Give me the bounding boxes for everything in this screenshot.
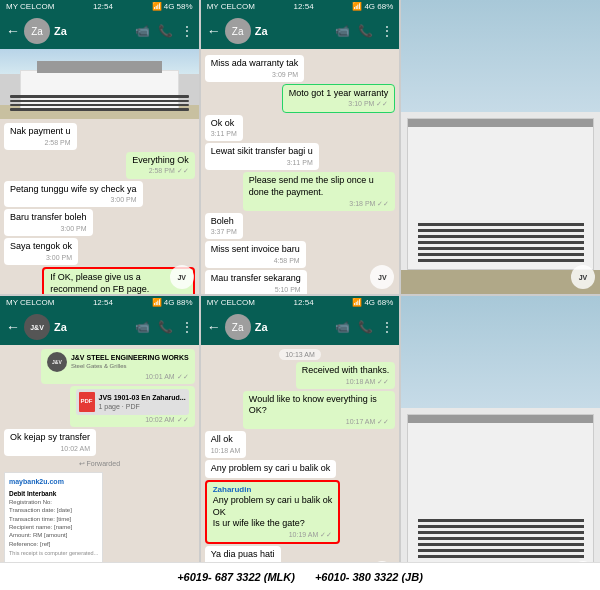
menu-icon-1[interactable]: ⋮ xyxy=(181,24,193,38)
forwarded-label: ↩ Forwarded xyxy=(4,460,195,468)
house-panel-bot: JV xyxy=(401,296,600,590)
battery-2: 📶 4G 68% xyxy=(352,2,393,11)
battery-3: 📶 4G 88% xyxy=(152,298,193,307)
contact-name-3: Za xyxy=(54,321,131,333)
contact-name-1: Za xyxy=(54,25,131,37)
chat-header-3[interactable]: ← J&V Za 📹 📞 ⋮ xyxy=(0,309,199,345)
chat-panel-top-left: MY CELCOM 12:54 📶 4G 58% ← Za Za 📹 📞 ⋮ xyxy=(0,0,199,294)
msg-2-1: Miss ada warranty tak 3:09 PM xyxy=(205,55,305,82)
msg-4-4: Any problem sy cari u balik ok xyxy=(205,460,337,478)
chat-header-2[interactable]: ← Za Za 📹 📞 ⋮ xyxy=(201,13,400,49)
avatar-3: J&V xyxy=(24,314,50,340)
video-icon-1[interactable]: 📹 xyxy=(135,24,150,38)
messages-1: Nak payment u 2:58 PM Everything Ok 2:58… xyxy=(0,119,199,294)
msg-2-6: Boleh 3:37 PM xyxy=(205,213,243,240)
msg-4-5-highlight: Zaharudin Any problem sy cari u balik ok… xyxy=(205,480,341,545)
msg-2-7: Miss sent invoice baru 4:58 PM xyxy=(205,241,306,268)
carrier-3: MY CELCOM xyxy=(6,298,54,307)
header-actions-3: 📹 📞 ⋮ xyxy=(135,320,193,334)
msg-2-3: Ok ok 3:11 PM xyxy=(205,115,243,142)
messages-2: Miss ada warranty tak 3:09 PM Moto got 1… xyxy=(201,49,400,294)
contact-name-2: Za xyxy=(255,25,332,37)
header-info-1: Za xyxy=(54,25,131,37)
msg-3-1: Ok kejap sy transfer 10:02 AM xyxy=(4,429,96,456)
carrier-2: MY CELCOM xyxy=(207,2,255,11)
house-panel-top: JV xyxy=(401,0,600,294)
phone-mlk: +6019- 687 3322 (MLK) xyxy=(177,571,295,583)
header-actions-4: 📹 📞 ⋮ xyxy=(335,320,393,334)
avatar-4: Za xyxy=(225,314,251,340)
watermark-3: JV xyxy=(571,265,595,289)
msg-1-2: Everything Ok 2:58 PM ✓✓ xyxy=(126,152,195,179)
msg-4-3: All ok 10:18 AM xyxy=(205,431,247,458)
battery-4: 📶 4G 68% xyxy=(352,298,393,307)
status-bar-2: MY CELCOM 12:54 📶 4G 68% xyxy=(201,0,400,13)
call-icon-1[interactable]: 📞 xyxy=(158,24,173,38)
msg-2-8: Mau transfer sekarang 5:10 PM xyxy=(205,270,307,294)
time-divider: 10:13 AM xyxy=(279,349,321,360)
msg-4-1: Received with thanks. 10:18 AM ✓✓ xyxy=(296,362,396,389)
video-icon-3[interactable]: 📹 xyxy=(135,320,150,334)
status-bar-4: MY CELCOM 12:54 📶 4G 68% xyxy=(201,296,400,309)
back-icon-2[interactable]: ← xyxy=(207,23,221,39)
carrier-4: MY CELCOM xyxy=(207,298,255,307)
msg-3-invoice: maybank2u.com Debit Interbank Registrati… xyxy=(4,472,103,563)
watermark-1: JV xyxy=(170,265,194,289)
messages-3: J&V J&V STEEL ENGINEERING WORKS Steel Ga… xyxy=(0,345,199,590)
main-grid: MY CELCOM 12:54 📶 4G 58% ← Za Za 📹 📞 ⋮ xyxy=(0,0,600,590)
time-3: 12:54 xyxy=(93,298,113,307)
video-icon-4[interactable]: 📹 xyxy=(335,320,350,334)
avatar-1: Za xyxy=(24,18,50,44)
chat-header-1[interactable]: ← Za Za 📹 📞 ⋮ xyxy=(0,13,199,49)
header-info-4: Za xyxy=(255,321,332,333)
back-icon-1[interactable]: ← xyxy=(6,23,20,39)
call-icon-4[interactable]: 📞 xyxy=(358,320,373,334)
header-info-2: Za xyxy=(255,25,332,37)
status-bar-3: MY CELCOM 12:54 📶 4G 88% xyxy=(0,296,199,309)
call-icon-3[interactable]: 📞 xyxy=(158,320,173,334)
header-actions-2: 📹 📞 ⋮ xyxy=(335,24,393,38)
carrier-1: MY CELCOM xyxy=(6,2,54,11)
msg-1-3: Petang tunggu wife sy check ya 3:00 PM xyxy=(4,181,143,208)
status-bar-1: MY CELCOM 12:54 📶 4G 58% xyxy=(0,0,199,13)
call-icon-2[interactable]: 📞 xyxy=(358,24,373,38)
contact-name-4: Za xyxy=(255,321,332,333)
time-2: 12:54 xyxy=(294,2,314,11)
menu-icon-4[interactable]: ⋮ xyxy=(381,320,393,334)
back-icon-3[interactable]: ← xyxy=(6,319,20,335)
msg-2-2: Moto got 1 year warranty 3:10 PM ✓✓ xyxy=(282,84,396,113)
header-actions-1: 📹 📞 ⋮ xyxy=(135,24,193,38)
chat-panel-top-mid: MY CELCOM 12:54 📶 4G 68% ← Za Za 📹 📞 ⋮ M… xyxy=(201,0,400,294)
msg-4-2: Would like to know everything is OK? 10:… xyxy=(243,391,396,429)
house-image-chat-1 xyxy=(0,49,199,119)
time-4: 12:54 xyxy=(294,298,314,307)
menu-icon-2[interactable]: ⋮ xyxy=(381,24,393,38)
phone-jb: +6010- 380 3322 (JB) xyxy=(315,571,423,583)
msg-3-pdf: PDF JVS 1901-03 En Zaharud... 1 page · P… xyxy=(70,386,195,427)
back-icon-4[interactable]: ← xyxy=(207,319,221,335)
chat-header-4[interactable]: ← Za Za 📹 📞 ⋮ xyxy=(201,309,400,345)
avatar-2: Za xyxy=(225,18,251,44)
msg-2-4: Lewat sikit transfer bagi u 3:11 PM xyxy=(205,143,319,170)
msg-1-1: Nak payment u 2:58 PM xyxy=(4,123,77,150)
menu-icon-3[interactable]: ⋮ xyxy=(181,320,193,334)
header-info-3: Za xyxy=(54,321,131,333)
time-1: 12:54 xyxy=(93,2,113,11)
msg-3-logo: J&V J&V STEEL ENGINEERING WORKS Steel Ga… xyxy=(41,349,195,384)
msg-1-4: Baru transfer boleh 3:00 PM xyxy=(4,209,93,236)
battery-1: 📶 4G 58% xyxy=(152,2,193,11)
chat-panel-bot-mid: MY CELCOM 12:54 📶 4G 68% ← Za Za 📹 📞 ⋮ 1… xyxy=(201,296,400,590)
chat-panel-bot-left: MY CELCOM 12:54 📶 4G 88% ← J&V Za 📹 📞 ⋮ … xyxy=(0,296,199,590)
footer: +6019- 687 3322 (MLK) +6010- 380 3322 (J… xyxy=(0,562,600,590)
messages-4: 10:13 AM Received with thanks. 10:18 AM … xyxy=(201,345,400,590)
video-icon-2[interactable]: 📹 xyxy=(335,24,350,38)
msg-1-5: Saya tengok ok 3:00 PM xyxy=(4,238,78,265)
msg-2-5: Please send me the slip once u done the … xyxy=(243,172,396,210)
